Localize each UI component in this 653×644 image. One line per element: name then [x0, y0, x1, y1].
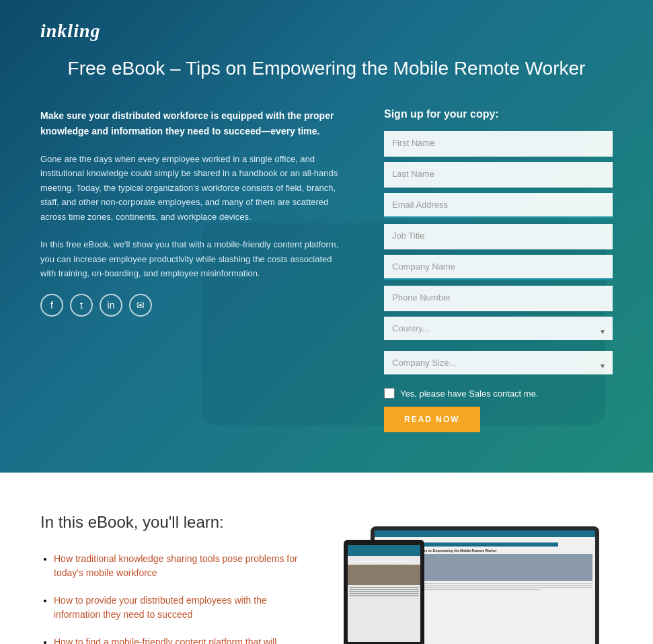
ebook-line — [349, 589, 419, 590]
read-now-button[interactable]: READ NOW — [384, 407, 480, 432]
hero-title: Free eBook – Tips on Empowering the Mobi… — [40, 55, 613, 81]
tablet-device: Tips on Empowering the Mobile Remote Wor… — [344, 540, 424, 644]
hero-section: inkling Free eBook – Tips on Empowering … — [0, 0, 653, 473]
hero-body1: Gone are the days when every employee wo… — [40, 152, 344, 224]
ebook-body — [348, 585, 420, 598]
hero-content: Make sure your distributed workforce is … — [40, 108, 613, 432]
laptop-header — [375, 530, 595, 537]
bullet-link-2[interactable]: How to provide your distributed employee… — [54, 595, 267, 620]
laptop-line — [420, 585, 592, 586]
ebook-line — [349, 591, 419, 592]
company-size-select-wrapper: Company Size... 1-50 51-200 201-1000 100… — [384, 351, 613, 380]
lower-title: In this eBook, you'll learn: — [40, 513, 303, 532]
facebook-icon[interactable]: f — [40, 294, 63, 317]
email-input[interactable] — [384, 193, 613, 218]
linkedin-icon[interactable]: in — [100, 294, 122, 317]
phone-input[interactable] — [384, 286, 613, 311]
ebook-image — [348, 565, 420, 585]
signup-form-container: Sign up for your copy: Country... United… — [384, 108, 613, 432]
laptop-title — [420, 542, 558, 547]
country-select-wrapper: Country... United States Canada United K… — [384, 317, 613, 346]
sales-contact-checkbox[interactable] — [384, 388, 395, 399]
ebook-title: Tips on Empowering the Mobile Remote Wor… — [348, 557, 420, 565]
hero-left: Make sure your distributed workforce is … — [40, 108, 344, 317]
laptop-ebook-title: Tips on Empowering the Mobile Remote Wor… — [420, 549, 592, 553]
tablet-header — [348, 545, 420, 556]
laptop-line — [420, 589, 541, 590]
list-item: How to provide your distributed employee… — [54, 594, 303, 622]
list-item: How to find a mobile-friendly content pl… — [54, 635, 303, 644]
hero-intro: Make sure your distributed workforce is … — [40, 108, 344, 138]
sales-contact-label: Yes, please have Sales contact me. — [400, 389, 538, 399]
company-input[interactable] — [384, 255, 613, 280]
form-title: Sign up for your copy: — [384, 108, 613, 120]
laptop-line — [420, 587, 592, 588]
social-icons: f t in ✉ — [40, 294, 344, 317]
lower-left: In this eBook, you'll learn: How traditi… — [40, 513, 303, 644]
bullet-link-1[interactable]: How traditional knowledge sharing tools … — [54, 553, 298, 578]
last-name-input[interactable] — [384, 162, 613, 188]
list-item: How traditional knowledge sharing tools … — [54, 552, 303, 580]
email-icon[interactable]: ✉ — [129, 294, 152, 317]
lower-section: In this eBook, you'll learn: How traditi… — [0, 473, 653, 644]
sales-contact-row: Yes, please have Sales contact me. — [384, 388, 613, 399]
ebook-line — [349, 595, 419, 596]
company-size-select[interactable]: Company Size... 1-50 51-200 201-1000 100… — [384, 351, 613, 374]
job-title-input[interactable] — [384, 224, 613, 249]
bullet-link-3[interactable]: How to find a mobile-friendly content pl… — [54, 637, 276, 644]
laptop-main: Tips on Empowering the Mobile Remote Wor… — [420, 542, 592, 610]
country-select[interactable]: Country... United States Canada United K… — [384, 317, 613, 340]
laptop-line — [420, 583, 592, 584]
device-mockup-container: Tips on Empowering the Mobile Remote Wor… — [344, 513, 613, 644]
logo: inkling — [40, 20, 613, 42]
ebook-line — [349, 587, 419, 588]
hero-body2: In this free eBook, we'll show you that … — [40, 237, 344, 280]
ebook-line — [349, 593, 419, 594]
twitter-icon[interactable]: t — [70, 294, 93, 317]
first-name-input[interactable] — [384, 131, 613, 157]
bullet-list: How traditional knowledge sharing tools … — [40, 552, 303, 644]
laptop-ebook-image — [420, 554, 592, 581]
tablet-screen: Tips on Empowering the Mobile Remote Wor… — [348, 545, 420, 642]
device-mockup: Tips on Empowering the Mobile Remote Wor… — [344, 513, 599, 644]
